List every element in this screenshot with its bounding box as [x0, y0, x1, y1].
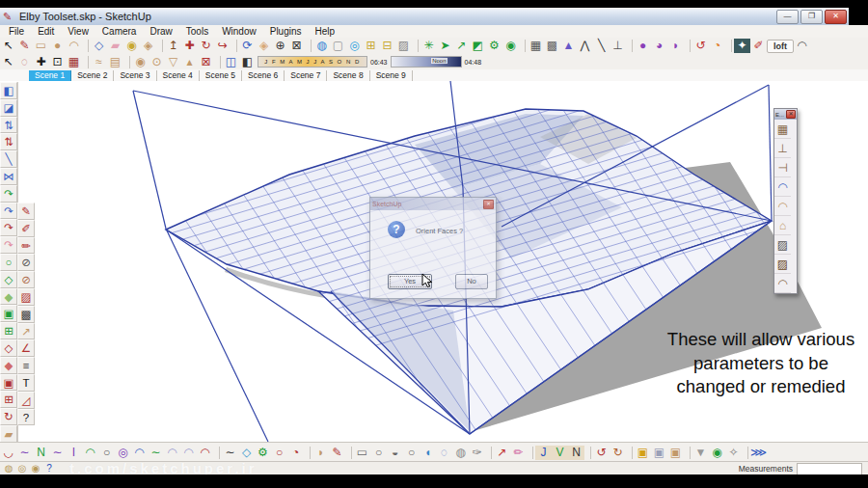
rotate-tool-icon[interactable]: ↻ — [198, 39, 214, 53]
grid-dark-icon[interactable]: ▩ — [17, 306, 35, 323]
bezier-dome-2-icon[interactable]: ◠ — [180, 446, 197, 460]
flip-edge-icon[interactable]: ⊠ — [198, 55, 214, 69]
plugin-green-6-icon[interactable]: ◉ — [502, 39, 519, 53]
no-button[interactable]: No — [455, 274, 488, 289]
menu-draw[interactable]: Draw — [143, 26, 178, 37]
make-component-icon[interactable]: ◇ — [91, 39, 107, 53]
scene-tab-5[interactable]: Scene 5 — [200, 70, 242, 81]
arrows-up-down-blue-icon[interactable]: ⇅ — [0, 117, 17, 134]
shadow-toggle-icon[interactable]: ◫ — [223, 55, 239, 69]
rotate-red-icon[interactable]: ↻ — [0, 408, 17, 425]
zoom-window-icon[interactable]: ⊡ — [49, 55, 66, 69]
drape-tool-icon[interactable]: ▽ — [165, 55, 181, 69]
scene-tab-7[interactable]: Scene 7 — [285, 70, 327, 81]
figure-tool-icon[interactable]: ⋀ — [577, 39, 593, 53]
sandbox-flag-blue-icon[interactable]: ◧ — [0, 82, 17, 99]
red-brush-icon[interactable]: ✐ — [750, 39, 767, 53]
plugin-green-5-icon[interactable]: ⚙ — [486, 39, 502, 53]
add-detail-icon[interactable]: ▴ — [181, 55, 198, 69]
pan-tool-icon[interactable]: ◈ — [256, 39, 272, 53]
crumple-icon[interactable]: ✧ — [725, 446, 742, 460]
shadow-date-slider[interactable]: J F M A M J J A S O N D — [258, 56, 367, 68]
photo-textures-icon[interactable]: ▨ — [395, 39, 412, 53]
circle-pencil-icon[interactable]: ⊘ — [17, 254, 35, 271]
diamond-outline-green-icon[interactable]: ◇ — [0, 271, 17, 288]
red-arrow-icon[interactable]: ↗ — [494, 446, 510, 460]
curve-arrow-2-icon[interactable]: ↻ — [610, 446, 626, 460]
bezier-smile-icon[interactable]: ◡ — [0, 446, 16, 460]
share-model-icon[interactable]: ⊟ — [379, 39, 395, 53]
sandbox-flag-icon[interactable]: ◪ — [0, 99, 17, 117]
palette-title-bar[interactable]: E... ✕ — [774, 109, 797, 120]
circle-green-icon[interactable]: ○ — [0, 254, 17, 271]
minimize-button[interactable]: — — [776, 10, 799, 24]
orbit-tool-icon[interactable]: ⟳ — [239, 39, 256, 53]
drop-j-icon[interactable]: J — [535, 446, 552, 460]
purple-blob-3-icon[interactable]: ◗ — [667, 39, 684, 53]
cube-red-icon[interactable]: ▣ — [0, 374, 17, 392]
elby-roof-blue-icon[interactable]: ◠ — [774, 179, 791, 197]
scene-tab-8[interactable]: Scene 8 — [327, 70, 369, 81]
dotted-polygon-icon[interactable]: ◇ — [238, 446, 255, 460]
arc-tool-icon[interactable]: ◠ — [66, 39, 82, 53]
add-location-icon[interactable]: ◍ — [313, 39, 330, 53]
orange-lens-icon[interactable]: ◔ — [709, 39, 725, 53]
scene-tab-2[interactable]: Scene 2 — [71, 70, 114, 81]
circle-slash-icon[interactable]: ⊘ — [17, 271, 35, 288]
pencil-angle-icon[interactable]: ✐ — [17, 220, 35, 237]
menu-help[interactable]: Help — [309, 26, 342, 37]
bezier-n-green-icon[interactable]: N — [33, 446, 49, 460]
shadow-time-slider[interactable]: Noon — [391, 56, 462, 68]
bezier-dome-1-icon[interactable]: ◠ — [164, 446, 180, 460]
drawing-canvas[interactable]: SketchUp ✕ ? Orient Faces ? Yes No These… — [0, 81, 868, 442]
box-gold-icon[interactable]: ▣ — [635, 446, 651, 460]
lasso-gray-icon[interactable]: ◍ — [452, 446, 469, 460]
elby-handle-2-icon[interactable]: ⊣ — [774, 160, 791, 177]
geo-coin-1-icon[interactable]: ◍ — [3, 463, 14, 474]
menu-edit[interactable]: Edit — [31, 26, 61, 37]
diagonal-line-icon[interactable]: ╲ — [0, 150, 17, 168]
get-models-icon[interactable]: ⊞ — [363, 39, 379, 53]
bezier-wave-green-icon[interactable]: ∼ — [148, 446, 164, 460]
divider-tool-icon[interactable]: ⋙ — [750, 446, 767, 460]
circle-tool-icon[interactable]: ● — [49, 39, 66, 53]
status-help-icon[interactable]: ? — [43, 463, 55, 474]
dark-panel-icon[interactable]: ✦ — [734, 39, 750, 53]
move-tool-icon[interactable]: ✚ — [181, 39, 198, 53]
menu-plugins[interactable]: Plugins — [263, 26, 309, 37]
bezier-wave-purple-icon[interactable]: ∼ — [16, 446, 33, 460]
stamp-tool-icon[interactable]: ⊙ — [149, 55, 165, 69]
bezier-spiral-icon[interactable]: ◎ — [115, 446, 131, 460]
eraser-tan-icon[interactable]: ▰ — [0, 425, 17, 443]
zoom-extents-icon[interactable]: ⊠ — [288, 39, 305, 53]
scene-tab-6[interactable]: Scene 6 — [242, 70, 285, 81]
bezier-i-icon[interactable]: I — [66, 446, 82, 460]
bezier-blob-icon[interactable]: ○ — [98, 446, 115, 460]
plugin-green-3-icon[interactable]: ↗ — [453, 39, 470, 53]
geo-coin-3-icon[interactable]: ◉ — [30, 463, 41, 474]
follow-me-icon[interactable]: ↪ — [214, 39, 231, 53]
menu-camera[interactable]: Camera — [95, 26, 144, 37]
elby-roof-dark-1-icon[interactable]: ▨ — [774, 237, 791, 255]
scene-tab-4[interactable]: Scene 4 — [157, 70, 200, 81]
lasso-blue-icon[interactable]: ◌ — [436, 446, 452, 460]
sandbox-from-contours-icon[interactable]: ≈ — [91, 55, 107, 69]
angle-measure-icon[interactable]: ◿ — [17, 392, 35, 409]
shape-oval-1-icon[interactable]: ○ — [370, 446, 387, 460]
bezier-arc-blue-icon[interactable]: ◠ — [131, 446, 148, 460]
elby-roof-house-icon[interactable]: ⌂ — [774, 218, 791, 235]
purple-blob-1-icon[interactable]: ● — [635, 39, 651, 53]
red-loop-icon[interactable]: ↺ — [692, 39, 709, 53]
bag-icon[interactable]: ◉ — [709, 446, 725, 460]
drop-n-icon[interactable]: N — [568, 446, 584, 460]
plugin-green-2-icon[interactable]: ➤ — [437, 39, 453, 53]
rectangle-tool-icon[interactable]: ▭ — [33, 39, 49, 53]
plus-tool-icon[interactable]: ✚ — [33, 55, 49, 69]
dashes-icon[interactable]: ≡ — [17, 357, 35, 374]
diamond-green-icon[interactable]: ◆ — [0, 288, 17, 306]
restore-button[interactable]: ❐ — [800, 10, 823, 24]
lasso-tool-icon[interactable]: ◌ — [16, 55, 33, 69]
google-earth-icon[interactable]: ◎ — [346, 39, 363, 53]
scene-tab-3[interactable]: Scene 3 — [114, 70, 156, 81]
shape-rect-icon[interactable]: ▭ — [354, 446, 370, 460]
